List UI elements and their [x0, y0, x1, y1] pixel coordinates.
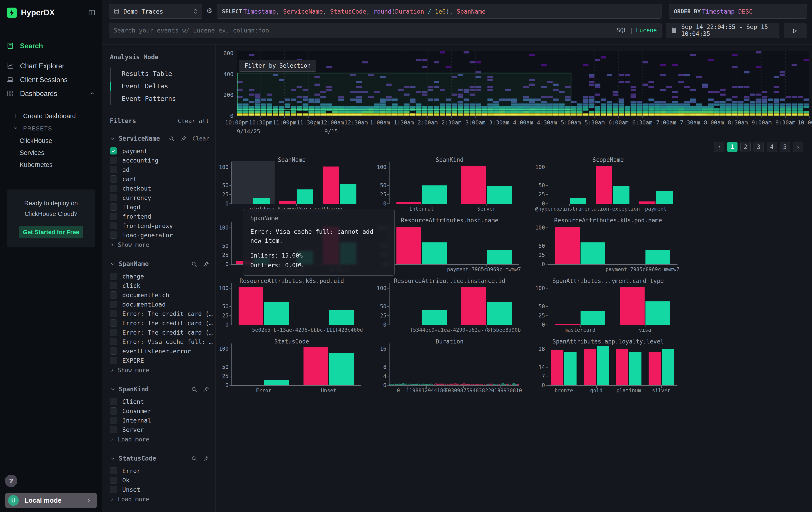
order-by-input[interactable]: ORDER BY Timestamp DESC	[669, 4, 807, 19]
filter-checkbox-row[interactable]: checkout	[110, 184, 209, 193]
filter-checkbox-row[interactable]: cart	[110, 174, 209, 184]
inlier-bar[interactable]	[645, 250, 670, 264]
filter-checkbox-row[interactable]: payment	[110, 146, 209, 156]
filter-checkbox-row[interactable]: Error	[110, 466, 209, 476]
inlier-bar[interactable]	[581, 311, 605, 325]
inlier-bar[interactable]	[487, 250, 512, 264]
checkbox[interactable]	[110, 477, 117, 484]
checkbox[interactable]	[110, 204, 117, 211]
search-icon[interactable]	[191, 261, 197, 267]
checkbox[interactable]	[110, 166, 117, 173]
inlier-bar[interactable]	[581, 242, 605, 264]
filter-checkbox-row[interactable]: ad	[110, 165, 209, 174]
filter-checkbox-row[interactable]: Error: The credit card (…	[110, 318, 209, 328]
outlier-bar[interactable]	[461, 166, 486, 204]
checkbox[interactable]	[110, 147, 117, 155]
outlier-bar[interactable]	[620, 287, 644, 325]
pagination-page-1[interactable]: 1	[727, 142, 737, 152]
outlier-bar[interactable]	[555, 324, 580, 325]
run-query-button[interactable]: ▷	[784, 23, 807, 38]
inlier-bar[interactable]	[487, 302, 512, 325]
show-more-button[interactable]: Load more	[110, 494, 209, 505]
outlier-bar[interactable]	[279, 201, 296, 204]
analysis-mode-event-patterns[interactable]: Event Patterns	[111, 92, 209, 105]
filter-group-header-servicename[interactable]: ServiceNameClear	[110, 135, 209, 142]
inlier-bar[interactable]	[570, 198, 586, 204]
checkbox[interactable]	[110, 176, 117, 183]
checkbox[interactable]	[110, 301, 117, 308]
inlier-bar[interactable]	[264, 302, 289, 325]
filter-checkbox-row[interactable]: Unset	[110, 485, 209, 494]
inlier-bar[interactable]	[329, 353, 354, 385]
filter-checkbox-row[interactable]: Server	[110, 425, 209, 434]
pagination-page-4[interactable]: 4	[766, 142, 777, 152]
chart-resourceattributes-k8s-pod-name[interactable]: ResourceAttributes.k8s.pod.name02550100p…	[535, 215, 682, 276]
checkbox[interactable]	[110, 291, 117, 298]
inlier-bar[interactable]	[422, 242, 447, 264]
preset-item-services[interactable]: Services	[0, 147, 102, 159]
pin-icon[interactable]	[180, 136, 187, 142]
sidebar-item-client-sessions[interactable]: Client Sessions	[0, 73, 102, 87]
inlier-bar[interactable]	[422, 310, 447, 325]
checkbox[interactable]	[110, 319, 117, 327]
select-query-input[interactable]: SELECT Timestamp, ServiceName, StatusCod…	[217, 4, 662, 19]
filter-checkbox-row[interactable]: load-generator	[110, 231, 209, 240]
checkbox[interactable]	[110, 213, 117, 220]
filter-checkbox-row[interactable]: eventListener.error	[110, 346, 209, 356]
create-dashboard-button[interactable]: Create Dashboard	[0, 110, 102, 122]
chart-spanattributes-app-loyalty-level[interactable]: SpanAttributes.app.loyalty.level071428br…	[535, 336, 682, 397]
outlier-bar[interactable]	[461, 287, 486, 325]
lucene-label[interactable]: Lucene	[636, 27, 657, 34]
outlier-bar[interactable]	[639, 201, 656, 204]
search-icon[interactable]	[169, 136, 175, 142]
chart-spanname[interactable]: SpanName02550100oteldemo.PaymentService/…	[218, 155, 365, 215]
filter-checkbox-row[interactable]: Error: The credit card (…	[110, 328, 209, 337]
pin-icon[interactable]	[203, 386, 209, 393]
chart-resourceattributes-k8s-pod-uid[interactable]: ResourceAttributes.k8s.pod.uid025501005e…	[218, 276, 365, 336]
filter-checkbox-row[interactable]: frontend-proxy	[110, 221, 209, 231]
account-menu[interactable]: U Local mode	[5, 493, 97, 508]
source-select[interactable]: Demo Traces	[109, 4, 202, 19]
inlier-bar[interactable]	[264, 380, 289, 385]
checkbox[interactable]	[110, 357, 117, 364]
search-icon[interactable]	[191, 455, 197, 462]
presets-toggle[interactable]: PRESETS	[0, 122, 102, 135]
filter-checkbox-row[interactable]: accounting	[110, 156, 209, 165]
inlier-bar[interactable]	[564, 352, 577, 385]
outlier-bar[interactable]	[323, 166, 339, 204]
filter-checkbox-row[interactable]: Error: Visa cache full: …	[110, 337, 209, 346]
outlier-bar[interactable]	[397, 202, 421, 204]
filter-checkbox-row[interactable]: Error: The credit card (…	[110, 309, 209, 318]
checkbox[interactable]	[110, 273, 117, 280]
checkbox[interactable]	[110, 398, 117, 405]
pagination-page-2[interactable]: 2	[741, 142, 751, 152]
chart-scopename[interactable]: ScopeName02550100@hyperdx/instrumentatio…	[535, 155, 682, 215]
chart-spanattributes-yment-card-type[interactable]: SpanAttributes...yment.card_type02550100…	[535, 276, 682, 336]
chart-statuscode[interactable]: StatusCode02550100ErrorUnset	[218, 336, 365, 397]
filter-by-selection-button[interactable]: Filter by Selection	[239, 60, 316, 72]
chart-duration[interactable]: Duration04816011988132944180703098759483…	[376, 336, 523, 397]
outlier-bar[interactable]	[303, 347, 328, 385]
filter-group-header-spanname[interactable]: SpanName	[110, 260, 209, 268]
sidebar-item-dashboards[interactable]: Dashboards	[0, 87, 102, 101]
show-more-button[interactable]: Load more	[110, 434, 209, 444]
filter-checkbox-row[interactable]: flagd	[110, 203, 209, 212]
chart-resourceattribu-ice-instance-id[interactable]: ResourceAttribu..ice.instance.id02550100…	[376, 276, 523, 336]
inlier-bar[interactable]	[340, 184, 356, 204]
preset-item-kubernetes[interactable]: Kubernetes	[0, 159, 102, 171]
checkbox[interactable]	[110, 407, 117, 414]
checkbox[interactable]	[110, 194, 117, 201]
outlier-bar[interactable]	[648, 352, 661, 385]
filter-checkbox-row[interactable]: frontend	[110, 212, 209, 221]
duration-heatmap[interactable]	[237, 51, 809, 116]
inlier-bar[interactable]	[645, 301, 670, 325]
checkbox[interactable]	[110, 282, 117, 289]
filter-checkbox-row[interactable]: Ok	[110, 476, 209, 485]
checkbox[interactable]	[110, 417, 117, 424]
chart-spankind[interactable]: SpanKind02550100InternalServer	[376, 155, 523, 215]
inlier-bar[interactable]	[422, 185, 447, 204]
pagination-page-5[interactable]: 5	[780, 142, 790, 152]
filter-checkbox-row[interactable]: documentLoad	[110, 300, 209, 309]
filter-checkbox-row[interactable]: EXPIRE	[110, 356, 209, 365]
outlier-bar[interactable]	[616, 349, 628, 385]
